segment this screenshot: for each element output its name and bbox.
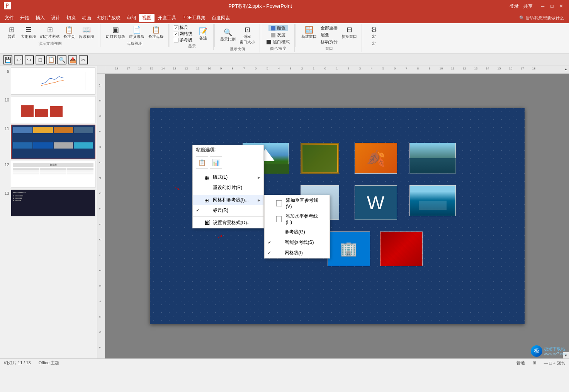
close-btn[interactable]: ✕ <box>557 2 565 10</box>
notes-toggle-btn[interactable]: 📝 备注 <box>196 26 210 42</box>
macro-btn[interactable]: ⚙ 宏 <box>367 25 381 40</box>
slide-item-9[interactable]: 9 ⊕ <box>2 68 95 95</box>
cut-btn[interactable]: ✂ <box>79 55 88 64</box>
notes-page-btn[interactable]: 📋 备注页 <box>62 25 76 40</box>
sub-smartguides[interactable]: 智能参考线(S) <box>265 237 330 248</box>
save-btn[interactable]: 💾 <box>3 55 12 64</box>
menu-design[interactable]: 设计 <box>48 14 63 22</box>
copy-btn[interactable]: 📋 <box>46 55 56 64</box>
svg-text:17: 17 <box>521 67 524 70</box>
blackwhite-btn[interactable]: 黑白模式 <box>265 39 291 45</box>
slide-item-10[interactable]: 10 ⊕ <box>2 96 95 123</box>
ribbon-group-show: ✓ 标尺 ✓ 网格线 参考线 📝 备注 显示 <box>171 24 214 50</box>
redo-btn[interactable]: ↪ <box>25 55 34 64</box>
window-btns-right: 全部重排 层叠 移动拆分 <box>319 25 339 45</box>
normal-view-btn[interactable]: ⊞ 普通 <box>5 25 19 40</box>
gridlines-checkbox[interactable]: ✓ 网格线 <box>174 31 192 37</box>
slide-thumb-11[interactable] <box>11 125 95 159</box>
slide-sorter-btn[interactable]: ⊞ 幻灯片浏览 <box>39 25 61 40</box>
svg-text:14: 14 <box>161 67 165 70</box>
ribbon-group-macro: ⚙ 宏 宏 <box>364 24 384 47</box>
sub-addvertical[interactable]: 添加垂直参考线(V) <box>265 195 330 211</box>
new-btn[interactable]: □ <box>36 55 45 64</box>
reading-view-btn[interactable]: 📖 阅读视图 <box>77 25 96 40</box>
ctx-reset[interactable]: 重设幻灯片(R) <box>193 182 263 193</box>
maximize-btn[interactable]: □ <box>548 2 556 10</box>
slide-thumb-13[interactable]: ■■■■■■■■■■■ ■ ■ ■■■■■■ ■ ■ ■■■■■ ■ ■ ■■■… <box>11 189 95 216</box>
img-autumn[interactable] <box>301 143 339 174</box>
group-label-window: 窗口 <box>325 46 333 51</box>
img-fabric[interactable] <box>380 231 423 266</box>
ctx-format[interactable]: ▦ 版式(L) <box>193 172 263 182</box>
login-btn[interactable]: 登录 <box>510 3 519 10</box>
paste-btn-2[interactable]: 📊 <box>210 156 222 169</box>
outline-view-btn[interactable]: ☰ 大纲视图 <box>19 25 38 40</box>
menu-slideshow[interactable]: 幻灯片放映 <box>94 14 124 22</box>
view-normal-btn[interactable]: 普通 <box>516 360 525 366</box>
undo-btn[interactable]: ↩ <box>14 55 23 64</box>
group-label-view: 演示文稿视图 <box>39 41 62 46</box>
guides-checkbox[interactable]: 参考线 <box>174 37 192 43</box>
slide-item-13[interactable]: 13 ■■■■■■■■■■■ ■ ■ ■■■■■■ ■ ■ ■■■■■ ■ ■ … <box>2 189 95 216</box>
cascade-btn[interactable]: 层叠 <box>319 32 339 38</box>
ruler-checkbox[interactable]: ✓ 标尺 <box>174 25 192 30</box>
handout-master-btn[interactable]: 📄 讲义母版 <box>127 25 146 40</box>
menu-animations[interactable]: 动画 <box>79 14 94 22</box>
menu-insert[interactable]: 插入 <box>32 14 48 22</box>
view-slider[interactable]: ⊞ <box>533 360 536 365</box>
sub-gridlines[interactable]: 网格线(I) <box>265 248 330 258</box>
scroll-up-btn[interactable]: ▲ <box>563 66 569 72</box>
menu-file[interactable]: 文件 <box>2 14 17 22</box>
menu-transitions[interactable]: 切换 <box>63 14 79 22</box>
menu-review[interactable]: 审阅 <box>124 14 139 22</box>
slide-item-11[interactable]: 11 <box>2 125 95 159</box>
ruler-top: 181716 151413 121110 987 654 321 0 123 4… <box>105 66 569 74</box>
svg-text:1: 1 <box>313 67 315 70</box>
zoom-slider[interactable]: — □ + 58% <box>544 361 565 365</box>
move-split-btn[interactable]: 移动拆分 <box>319 39 339 45</box>
share-btn[interactable]: 共享 <box>523 3 533 10</box>
color-btn[interactable]: 颜色 <box>268 25 288 31</box>
paste-btn-1[interactable]: 📋 <box>196 156 208 169</box>
new-window-btn[interactable]: 🪟 新建窗口 <box>300 25 318 40</box>
svg-text:18: 18 <box>532 67 536 70</box>
fit-window-btn[interactable]: ⊡ 适应窗口大小 <box>238 25 256 46</box>
minimize-btn[interactable]: ─ <box>539 2 547 10</box>
zoom-btn[interactable]: 🔍 显示比例 <box>219 27 237 43</box>
menu-pdf[interactable]: PDF工具集 <box>179 14 209 22</box>
ruler-check-box: ✓ <box>174 25 178 30</box>
menu-baidu[interactable]: 百度网盘 <box>209 14 233 22</box>
slide-panel: 9 ⊕ 10 <box>0 66 97 358</box>
slide-thumb-12[interactable]: 数据表 <box>11 161 95 188</box>
menu-home[interactable]: 开始 <box>17 14 32 22</box>
slide-master-icon: ▣ <box>112 25 119 34</box>
ctx-setbg[interactable]: 🖼 设置背景格式(D)... <box>193 218 263 228</box>
slide-content[interactable]: 🍂 👨‍⚕️ <box>150 108 525 324</box>
img-leaf[interactable]: 🍂 <box>355 143 397 174</box>
svg-text:8: 8 <box>417 67 419 70</box>
slide-canvas[interactable]: 🍂 👨‍⚕️ <box>105 74 569 358</box>
menu-developer[interactable]: 开发工具 <box>155 14 179 22</box>
img-office[interactable]: 🏢 <box>328 231 370 266</box>
ctx-gridguides[interactable]: ⊞ 网格和参考线(I)... 添加垂直参考线(V) 添加水平参考线(H) <box>193 195 263 205</box>
img-ocean[interactable] <box>409 185 456 216</box>
grayscale-btn[interactable]: 灰度 <box>269 32 287 38</box>
arrange-all-btn[interactable]: 全部重排 <box>319 25 339 31</box>
sub-guides[interactable]: 参考线(G) <box>265 227 330 237</box>
slide-thumb-10[interactable]: ⊕ <box>11 96 95 123</box>
img-word[interactable]: W <box>355 185 397 220</box>
notes-master-btn[interactable]: 📋 备注母版 <box>147 25 165 40</box>
img-city[interactable] <box>409 143 456 174</box>
search-btn[interactable]: 🔍 <box>57 55 66 64</box>
slide-master-btn[interactable]: ▣ 幻灯片母版 <box>104 25 127 40</box>
search-box[interactable]: 🔍 告诉我您想要做什么... <box>519 15 567 21</box>
bar-2 <box>35 109 48 117</box>
sub-addhorizontal[interactable]: 添加水平参考线(H) <box>265 211 330 227</box>
switch-window-btn[interactable]: ⊟ 切换窗口 <box>340 25 358 40</box>
slide-thumb-9[interactable]: ⊕ <box>11 68 95 95</box>
scrollbar-right: ▲ ▼ <box>563 66 569 358</box>
upload-btn[interactable]: 📤 <box>68 55 77 64</box>
menu-view[interactable]: 视图 <box>139 14 155 22</box>
ctx-ruler[interactable]: 标尺(R) <box>193 205 263 216</box>
slide-item-12[interactable]: 12 数据表 <box>2 161 95 188</box>
